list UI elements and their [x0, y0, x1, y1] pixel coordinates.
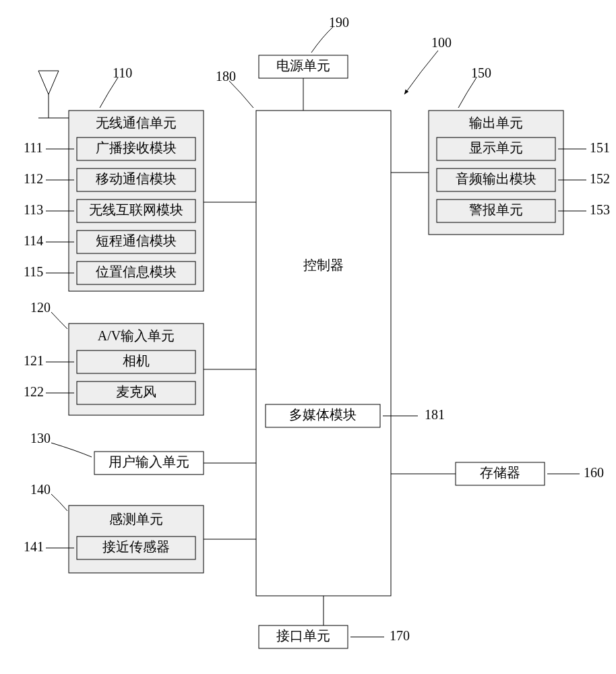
ref-output: 150 [471, 65, 491, 80]
ref-storage: 160 [584, 465, 604, 480]
ref-camera: 121 [24, 353, 44, 368]
svg-text:麦克风: 麦克风 [116, 384, 156, 399]
svg-text:用户输入单元: 用户输入单元 [109, 454, 189, 469]
shortrange-module: 短程通信模块 [77, 231, 195, 253]
svg-text:控制器: 控制器 [303, 257, 344, 272]
ref-alarm: 153 [590, 202, 610, 217]
ref-shortrange: 114 [24, 233, 43, 248]
ref-broadcast: 111 [24, 140, 43, 155]
svg-text:相机: 相机 [123, 353, 150, 368]
audio-output-module: 音频输出模块 [437, 168, 555, 191]
wireless-unit-title: 无线通信单元 [96, 115, 177, 130]
svg-text:广播接收模块: 广播接收模块 [96, 140, 177, 155]
sensing-title: 感测单元 [109, 512, 163, 526]
camera-module: 相机 [77, 350, 195, 373]
ref-mobile: 112 [24, 171, 43, 186]
multimedia-module: 多媒体模块 [266, 404, 380, 427]
svg-text:警报单元: 警报单元 [469, 202, 523, 217]
ref-multimedia: 181 [425, 407, 445, 422]
ref-device: 100 [431, 35, 452, 50]
svg-text:电源单元: 电源单元 [276, 58, 330, 73]
svg-rect-25 [256, 111, 391, 596]
alarm-unit: 警报单元 [437, 200, 555, 222]
ref-av: 120 [30, 300, 51, 315]
ref-proximity: 141 [24, 539, 44, 554]
svg-text:接近传感器: 接近传感器 [102, 539, 170, 554]
av-input-group: A/V输入单元 相机 麦克风 [69, 324, 204, 415]
ref-mic: 122 [24, 384, 44, 399]
svg-text:显示单元: 显示单元 [469, 140, 523, 155]
ref-controller: 180 [216, 69, 236, 84]
ref-internet: 113 [24, 202, 43, 217]
svg-text:接口单元: 接口单元 [276, 628, 330, 643]
display-unit: 显示单元 [437, 137, 555, 160]
diagram-canvas: 无线通信单元 广播接收模块 移动通信模块 无线互联网模块 短程通信模块 位置信息… [0, 0, 616, 674]
svg-text:音频输出模块: 音频输出模块 [456, 171, 536, 186]
ref-display: 151 [590, 140, 610, 155]
ref-location: 115 [24, 264, 43, 279]
proximity-sensor: 接近传感器 [77, 537, 195, 559]
wireless-unit-group: 无线通信单元 广播接收模块 移动通信模块 无线互联网模块 短程通信模块 位置信息… [69, 111, 204, 291]
ref-audio: 152 [590, 171, 610, 186]
ref-interface: 170 [390, 628, 410, 643]
mic-module: 麦克风 [77, 381, 195, 404]
user-input-unit: 用户输入单元 [94, 452, 204, 474]
controller-block: 控制器 多媒体模块 [256, 111, 391, 596]
svg-text:无线互联网模块: 无线互联网模块 [89, 202, 183, 217]
output-title: 输出单元 [469, 115, 523, 130]
ref-sensing: 140 [30, 482, 51, 497]
svg-text:位置信息模块: 位置信息模块 [96, 264, 177, 279]
location-module: 位置信息模块 [77, 262, 195, 284]
ref-power: 190 [329, 15, 349, 30]
storage-unit: 存储器 [456, 462, 545, 485]
antenna-icon [38, 71, 69, 118]
interface-unit: 接口单元 [259, 625, 348, 648]
sensing-group: 感测单元 接近传感器 [69, 506, 204, 573]
av-title: A/V输入单元 [98, 328, 175, 343]
power-unit: 电源单元 [259, 55, 348, 78]
ref-wireless: 110 [113, 65, 132, 80]
output-group: 输出单元 显示单元 音频输出模块 警报单元 [429, 111, 563, 235]
mobile-module: 移动通信模块 [77, 168, 195, 191]
internet-module: 无线互联网模块 [77, 200, 195, 222]
svg-text:多媒体模块: 多媒体模块 [289, 407, 357, 422]
svg-text:短程通信模块: 短程通信模块 [96, 233, 177, 248]
svg-text:移动通信模块: 移动通信模块 [96, 171, 177, 186]
broadcast-module: 广播接收模块 [77, 137, 195, 160]
ref-userinput: 130 [30, 431, 51, 446]
svg-text:存储器: 存储器 [480, 465, 520, 480]
